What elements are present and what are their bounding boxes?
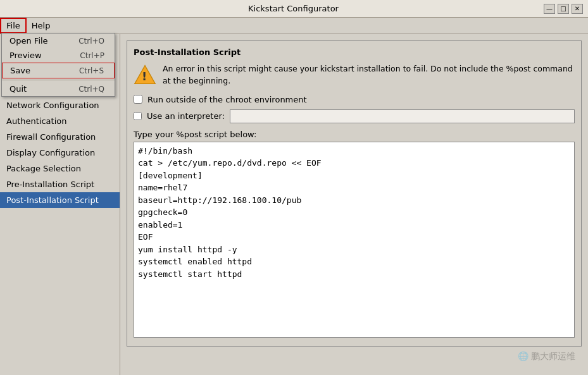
sidebar-item-display[interactable]: Display Configuration — [0, 145, 120, 161]
open-file-label: Open File — [9, 36, 48, 46]
script-textarea[interactable] — [134, 142, 575, 338]
quit-label: Quit — [9, 84, 27, 94]
warning-box: ! An error in this script might cause yo… — [134, 63, 575, 87]
interpreter-checkbox[interactable] — [134, 112, 142, 120]
save-item[interactable]: Save Ctrl+S — [2, 63, 115, 78]
preview-label: Preview — [9, 51, 42, 60]
warning-text: An error in this script might cause your… — [163, 63, 575, 87]
panel-title: Post-Installation Script — [134, 47, 575, 57]
sidebar-item-post[interactable]: Post-Installation Script — [0, 192, 120, 208]
minimize-button[interactable]: — — [544, 4, 555, 14]
chroot-checkbox-row: Run outside of the chroot environment — [134, 95, 575, 104]
window-controls: — □ ✕ — [544, 4, 583, 14]
script-label: Type your %post script below: — [134, 130, 575, 139]
svg-text:!: ! — [142, 70, 147, 83]
file-menu[interactable]: File Open File Ctrl+O Preview Ctrl+P Sav… — [0, 18, 27, 34]
sidebar-item-network[interactable]: Network Configuration — [0, 97, 120, 113]
sidebar-item-firewall[interactable]: Firewall Configuration — [0, 129, 120, 145]
menu-bar: File Open File Ctrl+O Preview Ctrl+P Sav… — [0, 18, 588, 34]
title-bar: Kickstart Configurator — □ ✕ — [0, 0, 588, 18]
sidebar-item-pre[interactable]: Pre-Installation Script — [0, 176, 120, 192]
sidebar-item-packages[interactable]: Package Selection — [0, 161, 120, 176]
open-shortcut: Ctrl+O — [78, 37, 104, 46]
file-menu-label: File — [6, 21, 20, 30]
menu-separator — [2, 80, 115, 80]
interpreter-label: Use an interpreter: — [147, 111, 225, 121]
chroot-label: Run outside of the chroot environment — [147, 95, 307, 104]
close-button[interactable]: ✕ — [572, 4, 583, 14]
watermark: 🌐 鹏大师运维 — [518, 351, 575, 362]
preview-item[interactable]: Preview Ctrl+P — [2, 48, 115, 63]
help-menu[interactable]: Help — [27, 18, 56, 34]
quit-shortcut: Ctrl+Q — [78, 85, 104, 94]
warning-icon: ! — [134, 63, 156, 86]
open-file-item[interactable]: Open File Ctrl+O — [2, 34, 115, 48]
quit-item[interactable]: Quit Ctrl+Q — [2, 82, 115, 96]
save-shortcut: Ctrl+S — [79, 66, 104, 75]
file-dropdown: Open File Ctrl+O Preview Ctrl+P Save Ctr… — [1, 33, 115, 97]
help-menu-label: Help — [32, 21, 51, 30]
interpreter-row: Use an interpreter: — [134, 109, 575, 123]
content-area: Post-Installation Script ! An error in t… — [120, 34, 588, 375]
preview-shortcut: Ctrl+P — [80, 51, 104, 60]
interpreter-input[interactable] — [230, 109, 575, 123]
maximize-button[interactable]: □ — [558, 4, 569, 14]
post-install-panel: Post-Installation Script ! An error in t… — [127, 40, 582, 347]
sidebar-item-auth[interactable]: Authentication — [0, 113, 120, 129]
window-title: Kickstart Configurator — [43, 4, 544, 13]
save-label: Save — [10, 66, 30, 75]
chroot-checkbox[interactable] — [134, 95, 142, 104]
